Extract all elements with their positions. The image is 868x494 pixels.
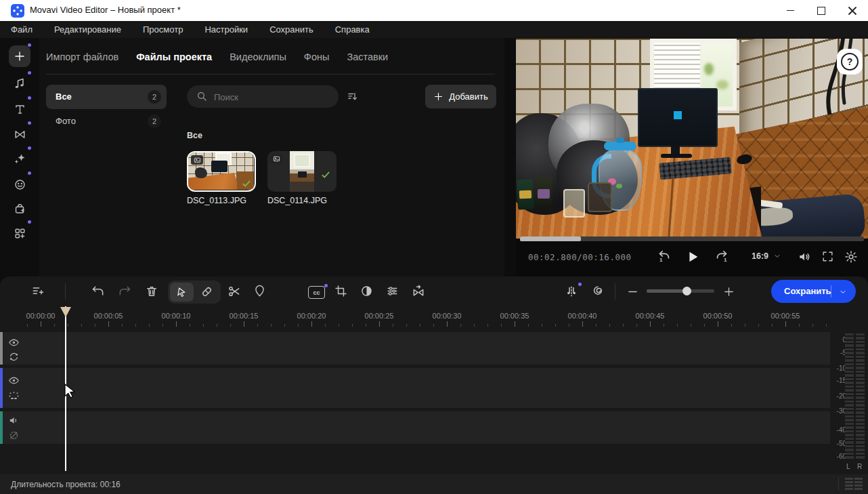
file-card-dsc0113[interactable]	[187, 151, 256, 192]
preview-settings-button[interactable]	[844, 250, 858, 264]
tab-intros[interactable]: Заставки	[347, 52, 388, 62]
movavi-video-editor-window: Movavi Video Editor – Новый проект * Фай…	[0, 0, 868, 494]
timeline-panel: cc Сохранить 00:00:00	[0, 276, 868, 474]
collection-all-label: Все	[56, 91, 72, 102]
video-track	[0, 368, 830, 408]
add-files-label: Добавить	[449, 91, 487, 102]
delete-button[interactable]	[145, 285, 158, 298]
pointer-tool-button[interactable]	[170, 283, 194, 302]
crop-button[interactable]	[334, 285, 347, 297]
help-button[interactable]: ?	[837, 49, 863, 75]
audio-track	[0, 411, 830, 444]
track-color-strip	[0, 368, 3, 408]
aspect-ratio-select[interactable]: 16:9	[752, 251, 781, 261]
track-motion-button[interactable]	[8, 390, 20, 402]
timeline-zoom-slider[interactable]	[647, 289, 714, 293]
detach-audio-button[interactable]	[565, 285, 578, 298]
maximize-icon	[817, 7, 825, 15]
close-button[interactable]	[837, 0, 868, 21]
collection-photo[interactable]: Фото 2	[46, 111, 167, 131]
sidebar-item-stickers[interactable]	[9, 173, 30, 195]
track-record-off-button[interactable]	[8, 430, 20, 441]
sidebar-item-effects[interactable]	[9, 148, 30, 170]
add-track-button[interactable]	[31, 285, 45, 298]
notification-dot	[28, 43, 31, 47]
music-note-icon	[13, 77, 26, 91]
search-input[interactable]	[213, 88, 330, 106]
zoom-in-button[interactable]	[723, 286, 735, 297]
sidebar-item-audio[interactable]	[9, 73, 30, 95]
sidebar-item-elements[interactable]	[9, 222, 30, 244]
preview-seekbar[interactable]	[520, 236, 864, 241]
track-link-button[interactable]	[8, 351, 20, 363]
save-options-chevron-icon[interactable]	[839, 288, 847, 296]
sidebar-rail	[0, 38, 39, 276]
tab-project-files[interactable]: Файлы проекта	[136, 52, 212, 62]
preview-video-frame: ?	[516, 39, 868, 239]
smiley-icon	[14, 178, 26, 191]
subtitles-button[interactable]: cc	[308, 286, 325, 299]
search-box[interactable]	[187, 85, 339, 108]
add-files-button[interactable]: Добавить	[425, 85, 496, 108]
image-icon	[194, 157, 201, 164]
volume-button[interactable]	[798, 250, 811, 264]
menu-view[interactable]: Просмотр	[132, 21, 194, 38]
previous-frame-button[interactable]: 1	[657, 249, 672, 264]
menu-help[interactable]: Справка	[324, 21, 381, 38]
zoom-slider-fill	[647, 289, 687, 293]
project-duration: Длительность проекта: 00:16	[11, 480, 121, 489]
track-visibility-button[interactable]	[8, 337, 20, 348]
track-color-strip	[0, 411, 3, 444]
save-button[interactable]: Сохранить	[771, 280, 856, 303]
menu-settings[interactable]: Настройки	[194, 21, 259, 38]
grid-plus-icon	[14, 227, 26, 240]
tabs-divider	[46, 74, 495, 75]
trim-tool-button[interactable]	[200, 285, 213, 298]
sidebar-item-titles[interactable]	[9, 98, 30, 120]
next-frame-button[interactable]: 1	[714, 249, 729, 264]
linked-clips-button[interactable]	[591, 285, 605, 298]
zoom-slider-thumb[interactable]	[682, 287, 691, 295]
zoom-out-button[interactable]	[627, 286, 638, 297]
timeline-ruler[interactable]: 00:00:00 00:00:05 00:00:10 00:00:15 00:0…	[0, 306, 868, 326]
playhead-handle[interactable]	[60, 307, 71, 317]
track-mute-button[interactable]	[8, 415, 20, 426]
track-visibility-button[interactable]	[8, 375, 20, 386]
color-adjust-button[interactable]	[360, 285, 373, 297]
collection-all[interactable]: Все 2	[46, 85, 167, 109]
play-button[interactable]	[685, 249, 700, 265]
sidebar-item-store[interactable]	[9, 198, 30, 220]
undo-button[interactable]	[91, 285, 105, 298]
audio-meter-toggle-icon[interactable]	[845, 478, 863, 491]
tab-videoclips[interactable]: Видеоклипы	[230, 52, 286, 62]
minimize-button[interactable]	[775, 0, 806, 21]
menu-save[interactable]: Сохранить	[259, 21, 324, 38]
pointer-icon	[176, 287, 188, 298]
redo-button[interactable]	[118, 285, 131, 298]
menu-edit[interactable]: Редактирование	[43, 21, 132, 38]
collection-photo-count: 2	[148, 115, 161, 128]
maximize-button[interactable]	[806, 0, 837, 21]
tab-import[interactable]: Импорт файлов	[46, 52, 118, 62]
meter-right-channel	[856, 333, 865, 459]
sidebar-item-transitions[interactable]	[9, 123, 30, 145]
add-transition-button[interactable]	[412, 285, 425, 298]
marker-button[interactable]	[253, 285, 266, 297]
image-type-badge	[270, 154, 282, 163]
plus-icon	[14, 50, 26, 62]
sidebar-item-add-media[interactable]	[9, 45, 30, 67]
cut-button[interactable]	[227, 285, 241, 298]
meter-left-label: L	[846, 463, 850, 470]
image-icon	[273, 155, 280, 163]
sort-icon[interactable]	[347, 91, 359, 103]
media-panel: Импорт файлов Файлы проекта Видеоклипы Ф…	[39, 38, 504, 276]
fullscreen-button[interactable]	[821, 250, 834, 263]
tab-backgrounds[interactable]: Фоны	[304, 52, 330, 62]
mouse-cursor	[64, 384, 78, 398]
menu-file[interactable]: Файл	[0, 21, 43, 38]
meter-right-label: R	[857, 463, 862, 470]
file-card-dsc0114[interactable]	[267, 151, 337, 192]
seekbar-progress	[520, 236, 581, 241]
status-bar: Длительность проекта: 00:16	[0, 474, 868, 494]
clip-properties-button[interactable]	[386, 285, 399, 297]
